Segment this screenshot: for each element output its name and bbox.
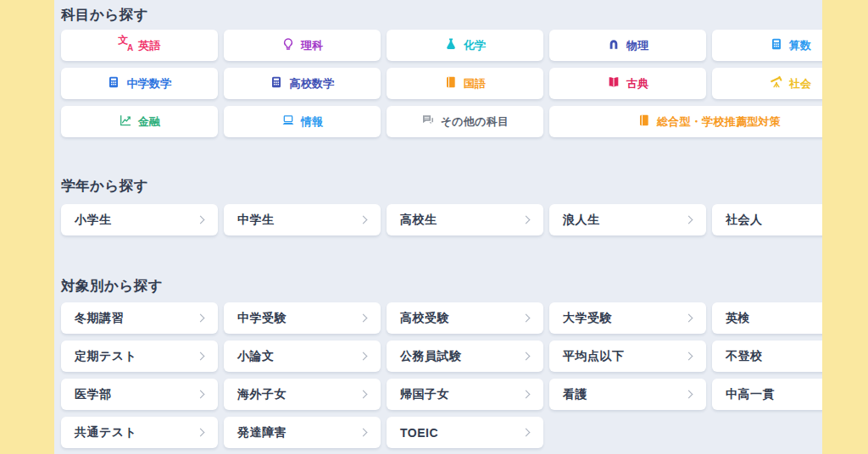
- chevron-right-icon: [197, 352, 205, 361]
- chevron-right-icon: [685, 216, 693, 224]
- grade-button[interactable]: 小学生: [61, 204, 218, 235]
- chevron-right-icon: [522, 390, 531, 399]
- category-button-label: 小論文: [237, 349, 275, 364]
- category-button-label: 医学部: [75, 387, 112, 402]
- subject-button-label: 化学: [464, 38, 487, 53]
- category-button-label: 海外子女: [237, 387, 287, 402]
- subject-button[interactable]: 中学数学: [61, 68, 218, 99]
- book-icon: [637, 114, 651, 130]
- category-button-label: 公務員試験: [400, 349, 462, 364]
- translate-icon: 文A: [118, 37, 132, 53]
- chevron-right-icon: [197, 216, 205, 224]
- calculator-icon: [770, 37, 783, 53]
- subject-button[interactable]: 情報: [224, 106, 381, 137]
- calculator-icon: [270, 75, 283, 91]
- subject-button[interactable]: 理科: [224, 30, 381, 61]
- book-icon: [444, 75, 458, 91]
- subject-button-label: 中学数学: [126, 76, 171, 91]
- chevron-right-icon: [522, 429, 531, 437]
- subject-button[interactable]: 高校数学: [224, 68, 381, 99]
- chevron-right-icon: [522, 314, 531, 323]
- category-button[interactable]: 大学受験: [549, 302, 706, 334]
- category-button[interactable]: 公務員試験: [387, 340, 543, 372]
- chevron-right-icon: [359, 216, 368, 224]
- section-grades: 学年から探す 小学生中学生高校生浪人生社会人: [61, 175, 868, 235]
- chevron-right-icon: [197, 314, 205, 323]
- category-button-label: 帰国子女: [400, 387, 449, 402]
- subject-button[interactable]: 国語: [387, 68, 543, 99]
- subject-button-label: 情報: [301, 114, 324, 130]
- subject-button-label: 社会: [789, 76, 812, 91]
- chevron-right-icon: [359, 314, 368, 323]
- section-title-grades: 学年から探す: [61, 175, 868, 196]
- category-button-label: 定期テスト: [75, 349, 136, 364]
- category-button-label: 不登校: [726, 349, 763, 364]
- subject-button-label: 古典: [626, 76, 649, 91]
- category-button[interactable]: 定期テスト: [61, 340, 218, 372]
- category-button[interactable]: 小論文: [224, 340, 381, 372]
- category-button[interactable]: 海外子女: [224, 379, 381, 410]
- category-button-label: 高校受験: [400, 311, 449, 326]
- grade-button-label: 中学生: [237, 213, 275, 228]
- magnet-icon: [607, 37, 620, 53]
- subject-button-label: 高校数学: [289, 76, 334, 91]
- subject-button-label: 総合型・学校推薦型対策: [657, 114, 781, 130]
- category-button[interactable]: 冬期講習: [61, 302, 218, 334]
- open-book-icon: [607, 75, 620, 91]
- chevron-right-icon: [197, 429, 205, 437]
- subject-button[interactable]: 化学: [387, 30, 543, 61]
- category-button-label: 発達障害: [237, 425, 287, 440]
- category-button[interactable]: 帰国子女: [387, 379, 543, 410]
- subject-button[interactable]: 古典: [549, 68, 706, 99]
- grade-button-label: 社会人: [726, 213, 763, 228]
- grade-button-label: 浪人生: [563, 213, 600, 228]
- category-button-label: 中学受験: [237, 311, 287, 326]
- category-button-label: 看護: [563, 387, 587, 402]
- chevron-right-icon: [685, 390, 693, 399]
- section-title-categories: 対象別から探す: [61, 275, 868, 296]
- category-button[interactable]: TOEIC: [387, 417, 543, 448]
- subject-button-label: 国語: [464, 76, 487, 91]
- flask-icon: [444, 37, 458, 53]
- chart-icon: [119, 114, 132, 130]
- category-button-label: 中高一貫: [726, 387, 775, 402]
- left-side-strip: [0, 0, 54, 454]
- subject-button-label: 算数: [789, 38, 812, 53]
- section-title-subjects: 科目から探す: [61, 4, 868, 25]
- category-button[interactable]: 中学受験: [224, 302, 381, 334]
- grade-button-label: 小学生: [75, 213, 112, 228]
- chevron-right-icon: [685, 352, 693, 361]
- subject-button[interactable]: 金融: [61, 106, 218, 137]
- category-button[interactable]: 平均点以下: [549, 340, 706, 372]
- category-button-label: 平均点以下: [563, 349, 625, 364]
- section-subjects: 科目から探す 文A英語理科化学物理算数中学数学高校数学国語古典社会金融情報その他…: [61, 4, 868, 137]
- category-button-label: 共通テスト: [75, 425, 136, 440]
- calculator-icon: [107, 75, 120, 91]
- subject-button-label: 英語: [138, 38, 161, 53]
- subject-button-label: 物理: [626, 38, 649, 53]
- grade-button[interactable]: 中学生: [224, 204, 381, 235]
- subject-button-label: 理科: [301, 38, 324, 53]
- category-button[interactable]: 共通テスト: [61, 417, 218, 448]
- category-button[interactable]: 高校受験: [387, 302, 543, 334]
- laptop-icon: [281, 114, 295, 130]
- telescope-icon: [770, 75, 783, 91]
- chevron-right-icon: [197, 390, 205, 399]
- grade-button[interactable]: 浪人生: [549, 204, 706, 235]
- subject-button[interactable]: 文A英語: [61, 30, 218, 61]
- chevron-right-icon: [522, 216, 531, 224]
- subjects-grid: 文A英語理科化学物理算数中学数学高校数学国語古典社会金融情報その他の科目総合型・…: [61, 30, 868, 137]
- grade-button[interactable]: 高校生: [387, 204, 543, 235]
- category-button[interactable]: 看護: [549, 379, 706, 410]
- chevron-right-icon: [522, 352, 531, 361]
- chevron-right-icon: [685, 314, 693, 323]
- subject-button-label: その他の科目: [441, 114, 509, 130]
- category-button[interactable]: 発達障害: [224, 417, 381, 448]
- grades-grid: 小学生中学生高校生浪人生社会人: [61, 204, 868, 235]
- lightbulb-icon: [281, 37, 295, 53]
- subject-button[interactable]: その他の科目: [387, 106, 543, 137]
- category-button[interactable]: 医学部: [61, 379, 218, 410]
- categories-grid: 冬期講習中学受験高校受験大学受験英検定期テスト小論文公務員試験平均点以下不登校医…: [61, 302, 868, 448]
- subject-button[interactable]: 物理: [549, 30, 706, 61]
- subject-button[interactable]: 総合型・学校推薦型対策: [549, 106, 868, 137]
